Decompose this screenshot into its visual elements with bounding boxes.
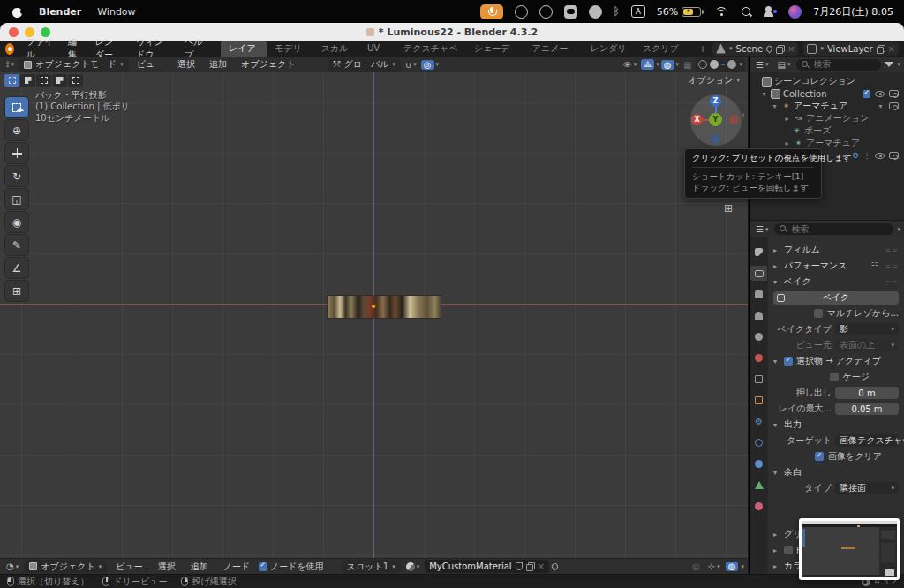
tab-shading[interactable]: シェーディング [466,41,524,57]
camera-render-icon[interactable] [889,152,899,159]
tab-animation[interactable]: アニメーション [524,41,583,57]
new-viewlayer-icon[interactable] [877,45,885,53]
outliner-row-pose[interactable]: ✳ ポーズ [751,124,902,137]
clear-image-checkbox[interactable] [815,452,824,461]
tab-tool[interactable] [750,245,767,260]
screen-share-thumbnail[interactable] [799,518,900,580]
transform-tool[interactable]: ◉ [5,212,28,232]
remove-viewlayer-icon[interactable]: × [888,44,895,54]
blender-logo-icon[interactable] [5,43,14,55]
rotate-tool[interactable]: ↻ [5,166,28,186]
viewport-menu-select[interactable]: 選択 [171,58,201,71]
measure-tool[interactable]: ∠ [5,258,28,278]
transform-orientation-selector[interactable]: ⤱ グローバル ▾ [328,58,401,72]
outliner-row-animation[interactable]: ▸ ↝ アニメーション [751,112,902,124]
snapping-icon[interactable]: ∪▾ [403,60,419,70]
tab-data[interactable] [750,478,767,493]
use-nodes-checkbox[interactable] [259,562,267,571]
tab-output[interactable] [750,287,767,302]
filter-funnel-icon[interactable] [885,62,893,67]
properties-options-icon[interactable]: ▾ [897,226,900,233]
material-browse-icon[interactable]: ▾ [403,562,423,571]
toggle-perspective-icon[interactable]: ⊞ [724,202,737,215]
unlink-material-icon[interactable]: × [538,562,545,571]
expand-icon[interactable]: ▸ [783,115,791,123]
bluetooth-icon[interactable]: ᛒ [614,5,620,18]
gizmo-axis-x[interactable]: X [691,114,703,125]
editor-type-icon[interactable]: ⟟▾ [4,59,17,70]
siri-icon[interactable] [788,5,802,19]
collapse-icon[interactable]: ▾ [877,102,885,110]
cloud-app-icon[interactable] [589,5,602,19]
tab-collection[interactable] [750,372,767,387]
material-slot-selector[interactable]: スロット1▾ [342,560,401,573]
tab-modeling[interactable]: モデリング [267,41,313,57]
shader-menu-view[interactable]: ビュー [109,561,148,573]
app-menu-window[interactable]: Window [97,6,135,18]
screen-mirroring-icon[interactable] [764,6,777,18]
fake-user-icon[interactable] [516,562,523,570]
scale-tool[interactable]: ◱ [5,189,28,209]
panel-selected-to-active[interactable]: ▾ 選択物 → アクティブ [768,353,904,369]
camera-render-icon[interactable] [889,90,899,97]
tab-sculpting[interactable]: スカルプト [313,41,359,57]
show-gizmo-icon[interactable]: ⟁ [641,59,654,70]
properties-editor-type-icon[interactable]: ☰▾ [753,224,771,234]
wifi-icon[interactable] [715,6,729,17]
spotlight-icon[interactable] [741,6,752,18]
outliner-row-armature-data[interactable]: ▸ ✶ アーマチュア [751,137,902,149]
panel-output[interactable]: ▾出力 [768,417,904,433]
outliner-row-collection[interactable]: ▾ Collection [751,87,902,100]
select-mode-subtract-icon[interactable] [36,74,51,87]
mode-selector[interactable]: オブジェクトモード ▾ [19,58,128,72]
tab-texture-paint[interactable]: テクスチャペイント [396,41,466,57]
viewlayer-selector[interactable]: ▾ ViewLayer × [803,42,899,56]
tab-scene[interactable] [750,329,767,344]
tab-layout[interactable]: レイアウト [221,41,267,57]
tab-object[interactable] [750,393,767,408]
rendered-shading-icon[interactable] [727,60,736,69]
outliner-filter-collection-icon[interactable]: ▤▾ [774,60,793,70]
add-workspace-button[interactable]: + [693,44,712,54]
shader-menu-node[interactable]: ノード [217,561,256,573]
add-cube-tool[interactable]: ⊞ [5,281,28,301]
shader-menu-select[interactable]: 選択 [152,561,182,573]
new-material-icon[interactable] [526,562,534,570]
select-mode-invert-icon[interactable] [52,74,67,87]
lowpoly-model-object[interactable] [328,296,441,318]
shader-proportional-icon[interactable]: ◎ [689,562,703,571]
app-menu-blender[interactable]: Blender [39,6,81,18]
sidebar-toggle-arrow[interactable]: ‹ [742,109,745,119]
expand-icon[interactable]: ▾ [771,102,779,110]
options-dropdown[interactable]: オプション▾ [688,74,740,87]
tab-modifiers[interactable]: ⚙ [750,414,767,429]
proportional-edit-icon[interactable]: ◎ [421,60,434,70]
bake-type-dropdown[interactable]: 影▾ [835,323,899,335]
show-overlays-icon[interactable]: ◍ [661,60,674,70]
viewport-menu-object[interactable]: オブジェクト [235,58,301,71]
extrusion-field[interactable]: 0 m [835,387,899,399]
viewport-menu-view[interactable]: ビュー [131,58,170,71]
tab-constraints[interactable] [750,456,767,471]
tab-scripting[interactable]: スクリプト作成 [635,41,693,57]
material-name-field[interactable]: MyCustomMaterial × [425,560,549,573]
tab-view-layer[interactable] [750,308,767,323]
select-mode-extend-icon[interactable] [20,74,35,87]
outliner-row-scene-collection[interactable]: シーンコレクション [751,75,902,87]
solid-shading-icon[interactable] [710,60,719,69]
annotate-tool[interactable]: ✎ [5,235,28,255]
gizmo-axis-neg-z[interactable] [711,134,720,144]
obs-icon[interactable] [515,5,528,19]
tab-world[interactable] [750,351,767,366]
shader-pin-icon[interactable] [551,562,560,571]
tab-material[interactable] [750,499,767,514]
viewport-3d[interactable]: ⟟▾ オブジェクトモード ▾ ビュー 選択 追加 オブジェクト ⤱ グローバル … [0,57,749,558]
menubar-clock[interactable]: 7月26日(土) 8:05 [813,5,893,19]
select-mode-set-icon[interactable] [4,74,19,87]
tab-uv-editing[interactable]: UV編集 [359,41,396,57]
expand-icon[interactable]: ▾ [760,90,768,98]
material-preview-icon[interactable] [721,64,725,65]
object-visibility-icon[interactable]: 👁▾ [621,60,640,70]
gizmo-axis-neg-x[interactable] [729,115,739,124]
freestyle-checkbox[interactable] [784,546,793,554]
